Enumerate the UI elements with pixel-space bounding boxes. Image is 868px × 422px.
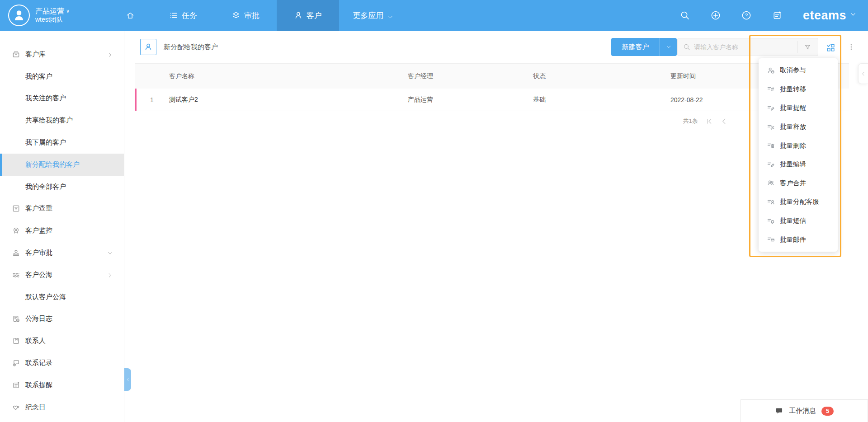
filter-icon[interactable]	[797, 41, 818, 53]
table-header-cell: 状态	[533, 72, 670, 80]
sidebar-item-label: 联系人	[25, 337, 46, 345]
sidebar-item-anniversary[interactable]: 纪念日	[0, 396, 124, 418]
sidebar-item-customer-public-sea[interactable]: 客户公海	[0, 264, 124, 286]
sidebar-item-label: 新分配给我的客户	[25, 160, 80, 169]
page-title-icon	[140, 39, 156, 55]
customer-name-cell[interactable]: 测试客户2	[169, 96, 408, 104]
help-circle-icon[interactable]: ?	[741, 10, 751, 20]
sidebar-item-contact-reminders[interactable]: 联系提醒	[0, 374, 124, 396]
sidebar-item-label: 公海日志	[25, 314, 52, 323]
sidebar-item-contact-records[interactable]: 联系记录	[0, 352, 124, 374]
batch-operations-menu: 取消参与批量转移批量提醒批量释放批量删除批量编辑客户合并批量分配客服批量短信批量…	[759, 58, 838, 252]
eteams-logo[interactable]: eteams	[803, 9, 856, 23]
team-name[interactable]: 产品运营 ∨	[35, 7, 70, 16]
menu-item-customer-merge[interactable]: 客户合并	[759, 174, 838, 193]
sidebar-item-label: 我关注的客户	[25, 94, 66, 103]
batch-sms-icon	[767, 217, 775, 225]
menu-item-batch-remind[interactable]: 批量提醒	[759, 98, 838, 117]
tasks-icon	[169, 11, 178, 20]
top-tab-label: 任务	[182, 10, 197, 21]
person-cancel-icon	[767, 66, 775, 75]
table-header-cell: 客户经理	[408, 72, 533, 80]
sidebar-item-label: 客户监控	[25, 226, 52, 235]
top-tab-home[interactable]	[108, 0, 152, 31]
sidebar-item-newly-assigned-customers[interactable]: 新分配给我的客户	[0, 154, 124, 176]
journal-icon[interactable]	[772, 10, 782, 20]
table-header-cell: 客户名称	[169, 72, 408, 80]
sidebar-item-contacts[interactable]: 联系人	[0, 330, 124, 352]
prev-page-icon[interactable]	[720, 117, 728, 125]
pagination-total: 共1条	[683, 117, 698, 125]
menu-item-batch-assign-service[interactable]: 批量分配客服	[759, 192, 838, 211]
customer-table: 客户名称客户经理状态更新时间 1测试客户2产品运营基础2022-08-22 共1…	[135, 63, 849, 131]
topbar-right: ? eteams	[680, 0, 868, 31]
menu-item-batch-release[interactable]: 批量释放	[759, 117, 838, 136]
top-nav: 任务审批客户更多应用	[108, 0, 407, 31]
team-name-label: 产品运营	[35, 7, 64, 16]
avatar[interactable]	[8, 5, 30, 26]
work-messages-label: 工作消息	[789, 407, 816, 415]
sidebar-item-customer-dedupe[interactable]: 客户查重	[0, 198, 124, 220]
page-title: 新分配给我的客户	[164, 43, 218, 52]
search-icon[interactable]	[680, 10, 690, 20]
top-tab-tasks[interactable]: 任务	[152, 0, 214, 31]
menu-item-batch-delete[interactable]: 批量删除	[759, 136, 838, 155]
sidebar-item-label: 我的全部客户	[25, 183, 66, 191]
sidebar-collapse-handle[interactable]	[124, 368, 131, 391]
plus-circle-icon[interactable]	[711, 10, 721, 20]
table-body: 1测试客户2产品运营基础2022-08-22	[135, 89, 849, 111]
new-customer-button[interactable]: 新建客户	[611, 38, 660, 56]
top-tab-customer[interactable]: 客户	[277, 0, 339, 31]
customer-search-input[interactable]	[690, 43, 797, 51]
new-customer-dropdown-button[interactable]	[660, 38, 677, 56]
table-row[interactable]: 1测试客户2产品运营基础2022-08-22	[135, 89, 849, 111]
top-tab-label: 审批	[244, 10, 259, 21]
sidebar-item-subordinate-customers[interactable]: 我下属的客户	[0, 131, 124, 154]
right-panel-expander[interactable]	[858, 63, 868, 84]
top-bar: 产品运营 ∨ wtest团队 任务审批客户更多应用 ? eteams	[0, 0, 868, 31]
contact-book-icon	[12, 337, 20, 345]
menu-item-batch-transfer[interactable]: 批量转移	[759, 80, 838, 99]
hearts-icon	[12, 403, 20, 412]
top-tab-label: 更多应用	[353, 10, 384, 21]
first-page-icon[interactable]	[705, 117, 713, 125]
sidebar-item-default-public-sea[interactable]: 默认客户公海	[0, 286, 124, 308]
sidebar-item-label: 我的客户	[25, 72, 52, 81]
sidebar-item-followed-customers[interactable]: 我关注的客户	[0, 88, 124, 110]
approval-icon	[231, 11, 241, 20]
sidebar-item-statistics[interactable]: 统计报表	[0, 418, 124, 422]
table-header-row: 客户名称客户经理状态更新时间	[135, 63, 849, 89]
sidebar-item-customer-approval[interactable]: 客户审批	[0, 242, 124, 264]
team-info: 产品运营 ∨ wtest团队	[35, 7, 70, 24]
batch-edit-icon	[767, 160, 775, 169]
sidebar-item-customer-library[interactable]: 客户库	[0, 43, 124, 66]
sidebar-item-label: 联系提醒	[25, 381, 52, 389]
home-icon	[126, 11, 135, 20]
sidebar-item-all-my-customers[interactable]: 我的全部客户	[0, 176, 124, 198]
sidebar-item-customer-monitoring[interactable]: 客户监控	[0, 220, 124, 242]
menu-item-cancel-participation[interactable]: 取消参与	[759, 61, 838, 80]
customer-manager-cell: 产品运营	[408, 96, 533, 104]
menu-item-label: 批量邮件	[780, 235, 806, 244]
more-options-icon[interactable]	[846, 39, 856, 55]
search-icon	[683, 43, 690, 51]
status-cell: 基础	[533, 96, 670, 104]
batch-assign-icon	[767, 198, 775, 206]
sidebar-item-sea-log[interactable]: 公海日志	[0, 308, 124, 330]
unread-count-badge: 5	[821, 407, 834, 416]
chevron-right-icon	[107, 52, 113, 57]
doc-dot-icon	[12, 381, 20, 389]
batch-mail-icon	[767, 235, 775, 244]
top-tab-more-apps[interactable]: 更多应用	[339, 0, 407, 31]
main-content: 新分配给我的客户 新建客户 客户名称客户经理状态更新时间 1测试客户2产品运营基…	[124, 31, 868, 422]
work-messages-widget[interactable]: 工作消息 5	[741, 399, 868, 422]
top-tab-approval[interactable]: 审批	[214, 0, 277, 31]
account-area[interactable]: 产品运营 ∨ wtest团队	[0, 0, 108, 31]
menu-item-batch-sms[interactable]: 批量短信	[759, 211, 838, 230]
menu-item-batch-edit[interactable]: 批量编辑	[759, 155, 838, 174]
sidebar-item-shared-customers[interactable]: 共享给我的客户	[0, 109, 124, 131]
batch-operations-button[interactable]	[819, 37, 841, 58]
sidebar-item-my-customers[interactable]: 我的客户	[0, 66, 124, 88]
sidebar-item-label: 客户审批	[25, 249, 52, 257]
menu-item-batch-mail[interactable]: 批量邮件	[759, 230, 838, 249]
